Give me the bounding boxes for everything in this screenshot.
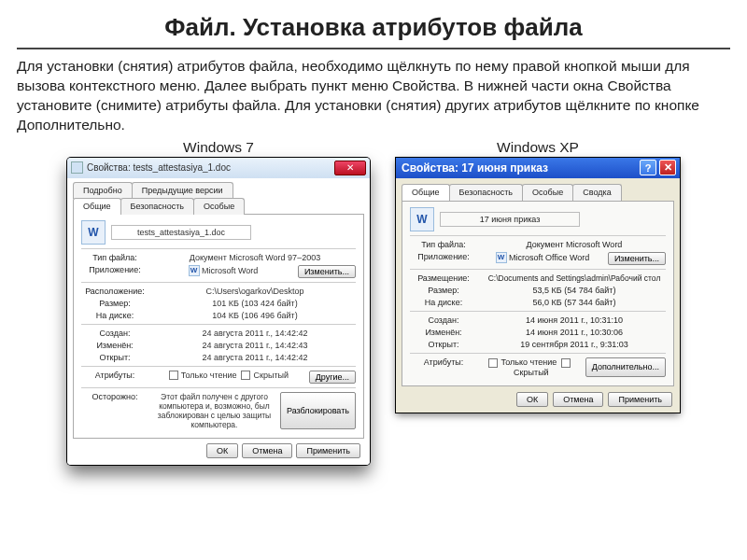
help-icon[interactable]: ? <box>640 160 656 175</box>
value-size: 53,5 КБ (54 784 байт) <box>483 286 666 295</box>
value-location: C:\Documents and Settings\admin\Рабочий … <box>483 273 666 283</box>
value-created: 24 августа 2011 г., 14:42:42 <box>154 329 356 338</box>
tab-prev-versions[interactable]: Предыдущие версии <box>132 182 233 199</box>
filename-field[interactable]: tests_attestasiya_1.doc <box>111 225 251 240</box>
label-size: Размер: <box>410 286 477 295</box>
hidden-label: Скрытый <box>514 368 549 377</box>
cancel-button[interactable]: Отмена <box>553 392 603 407</box>
value-opened: 19 сентября 2011 г., 9:31:03 <box>483 340 666 349</box>
win7-titlebar[interactable]: Свойства: tests_attestasiya_1.doc ✕ <box>67 158 370 178</box>
ok-button[interactable]: ОК <box>206 443 238 458</box>
unblock-button[interactable]: Разблокировать <box>280 392 356 430</box>
readonly-label: Только чтение <box>500 357 557 367</box>
label-disk: На диске: <box>81 311 148 320</box>
change-app-button[interactable]: Изменить... <box>608 252 666 265</box>
hidden-checkbox[interactable] <box>561 358 571 368</box>
filename-field[interactable]: 17 июня приказ <box>440 212 580 227</box>
intro-text: Для установки (снятия) атрибутов файла, … <box>17 57 730 135</box>
label-attributes: Атрибуты: <box>81 371 148 384</box>
win7-label: Windows 7 <box>67 139 370 156</box>
value-modified: 24 августа 2011 г., 14:42:43 <box>154 341 356 350</box>
value-disk: 104 КБ (106 496 байт) <box>154 311 356 320</box>
readonly-label: Только чтение <box>181 371 237 380</box>
value-type: Документ Microsoft Word <box>483 240 666 249</box>
readonly-checkbox[interactable] <box>488 358 498 368</box>
change-app-button[interactable]: Изменить... <box>298 265 356 278</box>
tab-details[interactable]: Подробно <box>73 182 133 199</box>
value-type: Документ Microsoft Word 97–2003 <box>154 253 356 262</box>
label-modified: Изменён: <box>81 341 148 350</box>
label-type: Тип файла: <box>81 253 148 262</box>
close-icon[interactable]: ✕ <box>659 160 676 175</box>
value-app: W Microsoft Office Word <box>483 252 602 265</box>
cancel-button[interactable]: Отмена <box>242 443 292 458</box>
warn-text: Этот файл получен с другого компьютера и… <box>154 392 275 430</box>
label-created: Создан: <box>81 329 148 338</box>
hidden-checkbox[interactable] <box>241 371 250 380</box>
xp-title-text: Свойства: 17 июня приказ <box>402 161 548 175</box>
winxp-label: Windows XP <box>396 139 680 156</box>
page-title: Файл. Установка атрибутов файла <box>17 13 730 49</box>
apply-button[interactable]: Применить <box>296 443 360 458</box>
value-disk: 56,0 КБ (57 344 байт) <box>483 298 666 307</box>
hidden-label: Скрытый <box>253 371 289 380</box>
label-app: Приложение: <box>81 265 148 278</box>
label-warning: Осторожно: <box>81 392 148 430</box>
value-modified: 14 июня 2011 г., 10:30:06 <box>483 328 666 337</box>
winxp-dialog: Свойства: 17 июня приказ ? ✕ Общие Безоп… <box>396 158 680 413</box>
label-opened: Открыт: <box>81 353 148 362</box>
value-created: 14 июня 2011 г., 10:31:10 <box>483 315 666 325</box>
readonly-checkbox[interactable] <box>169 371 178 380</box>
close-icon[interactable]: ✕ <box>334 161 366 175</box>
win7-title-text: Свойства: tests_attestasiya_1.doc <box>87 162 231 173</box>
label-app: Приложение: <box>410 252 477 265</box>
label-modified: Изменён: <box>410 328 477 337</box>
xp-tabs: Общие Безопасность Особые Сводка <box>402 184 674 201</box>
tab-general[interactable]: Общие <box>73 198 121 215</box>
label-location: Расположение: <box>81 287 148 296</box>
value-app: W Microsoft Word <box>154 265 292 278</box>
word-icon: W <box>81 220 106 245</box>
ok-button[interactable]: ОК <box>516 392 548 407</box>
tab-special[interactable]: Особые <box>522 184 573 201</box>
tab-security[interactable]: Безопасность <box>120 198 194 215</box>
win7-dialog: Свойства: tests_attestasiya_1.doc ✕ Подр… <box>67 158 370 466</box>
label-type: Тип файла: <box>410 240 477 249</box>
label-disk: На диске: <box>410 298 477 307</box>
label-size: Размер: <box>81 299 148 308</box>
win7-tabs-row2: Общие Безопасность Особые <box>73 198 364 215</box>
value-location: C:\Users\ogarkov\Desktop <box>154 287 356 296</box>
label-opened: Открыт: <box>410 340 477 349</box>
label-location: Размещение: <box>410 273 477 283</box>
label-created: Создан: <box>410 315 477 325</box>
tab-general[interactable]: Общие <box>402 184 450 201</box>
other-attributes-button[interactable]: Другие... <box>309 371 356 384</box>
win7-tabs-row1: Подробно Предыдущие версии <box>73 182 364 199</box>
app-icon <box>71 161 83 174</box>
xp-titlebar[interactable]: Свойства: 17 июня приказ ? ✕ <box>396 158 680 178</box>
tab-security[interactable]: Безопасность <box>449 184 523 201</box>
tab-summary[interactable]: Сводка <box>572 184 621 201</box>
value-opened: 24 августа 2011 г., 14:42:42 <box>154 353 356 362</box>
tab-special[interactable]: Особые <box>193 198 245 215</box>
label-attributes: Атрибуты: <box>410 357 477 377</box>
value-size: 101 КБ (103 424 байт) <box>154 299 356 308</box>
advanced-button[interactable]: Дополнительно... <box>585 357 666 377</box>
apply-button[interactable]: Применить <box>608 392 672 407</box>
word-icon: W <box>410 207 434 231</box>
